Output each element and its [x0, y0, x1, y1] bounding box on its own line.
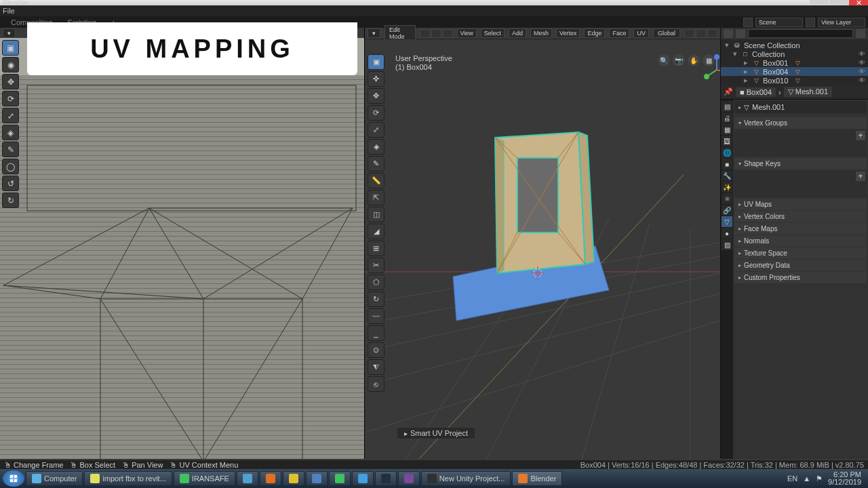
taskbar-item[interactable] — [329, 471, 351, 486]
vtool-smooth[interactable]: 〰 — [368, 308, 384, 324]
crumb-object[interactable]: ■ Box004 — [736, 87, 776, 97]
ptab-data[interactable]: ▽ — [722, 216, 732, 227]
pin-icon[interactable]: 📌 — [724, 87, 733, 96]
menu-uv[interactable]: UV — [633, 28, 649, 38]
vtool-cursor[interactable]: ✜ — [368, 71, 384, 87]
taskbar-item[interactable] — [283, 471, 304, 486]
nav-camera-icon[interactable]: 📷 — [673, 54, 685, 66]
section-face-maps[interactable]: Face Maps — [734, 223, 867, 235]
tray-flag-icon[interactable]: ⚑ — [816, 474, 823, 483]
ptab-render[interactable]: ▤ — [722, 101, 732, 112]
vtool-select[interactable]: ▣ — [368, 54, 384, 70]
ptab-material[interactable]: ● — [722, 228, 732, 239]
menu-view[interactable]: View — [457, 28, 477, 38]
ptab-particle[interactable]: ✨ — [722, 182, 732, 192]
outliner-item[interactable]: ▸▽Box010▽👁 — [721, 76, 868, 85]
tool-rotate[interactable]: ⟳ — [2, 91, 19, 106]
tool-move[interactable]: ✥ — [2, 74, 19, 89]
section-normals[interactable]: Normals — [734, 235, 867, 247]
menu-add[interactable]: Add — [509, 28, 526, 38]
system-tray[interactable]: EN ▲ ⚑ 6:20 PM 9/12/2019 — [787, 471, 865, 486]
taskbar-item[interactable] — [306, 471, 328, 486]
visibility-icon[interactable]: 👁 — [859, 50, 865, 58]
nav-hand-icon[interactable]: ✋ — [688, 54, 700, 66]
ptab-scene[interactable]: 🖼 — [722, 136, 732, 146]
start-button[interactable] — [3, 470, 24, 487]
nav-zoom-icon[interactable]: 🔍 — [658, 54, 670, 66]
taskbar-item[interactable] — [260, 471, 281, 486]
vtool-spin[interactable]: ↻ — [368, 291, 384, 307]
vtool-edge[interactable]: ⎯ — [368, 325, 384, 341]
tool-misc1[interactable]: ◯ — [2, 159, 19, 174]
outliner-type-icon[interactable] — [724, 29, 733, 38]
outliner-item[interactable]: ▸▽Box001▽👁 — [721, 58, 868, 67]
tray-clock[interactable]: 6:20 PM 9/12/2019 — [828, 471, 861, 486]
menu-file[interactable]: File — [3, 7, 15, 15]
orientation-dropdown[interactable]: Global — [653, 28, 680, 38]
viewport-canvas[interactable]: User Perspective (1) Box004 🔍 📷 ✋ ▦ ▣ ✜ … — [365, 39, 720, 459]
vtool-move[interactable]: ✥ — [368, 88, 384, 104]
vtool-scale[interactable]: ⤢ — [368, 122, 384, 138]
section-custom-properties[interactable]: Custom Properties — [734, 272, 867, 283]
vtool-knife[interactable]: ✂ — [368, 258, 384, 273]
visibility-icon[interactable]: 👁 — [859, 59, 865, 66]
uv-editor-type[interactable]: ▾ — [3, 28, 16, 38]
tray-lang[interactable]: EN — [787, 474, 797, 483]
section-texture-space[interactable]: Texture Space — [734, 247, 867, 259]
menu-edge[interactable]: Edge — [584, 28, 605, 38]
ptab-output[interactable]: 🖨 — [722, 113, 732, 123]
select-mode-vert[interactable] — [420, 29, 430, 38]
taskbar-item[interactable] — [398, 471, 420, 486]
add-button[interactable]: + — [856, 171, 865, 181]
tray-up-icon[interactable]: ▲ — [803, 474, 810, 483]
section-vertex-groups[interactable]: Vertex Groups — [734, 117, 867, 129]
add-button[interactable]: + — [856, 131, 865, 140]
vtool-shear[interactable]: ⧨ — [368, 359, 384, 375]
outliner-filter-icon[interactable] — [736, 29, 745, 38]
section-vertex-colors[interactable]: Vertex Colors — [734, 211, 867, 222]
taskbar-item[interactable]: Blender — [512, 471, 562, 486]
select-mode-edge[interactable] — [431, 29, 441, 38]
select-mode-face[interactable] — [443, 29, 453, 38]
axis-gizmo[interactable] — [700, 53, 720, 87]
section-uv-maps[interactable]: UV Maps — [734, 199, 867, 210]
taskbar-item[interactable] — [237, 471, 258, 486]
vtool-inset[interactable]: ◫ — [368, 207, 384, 222]
visibility-icon[interactable]: 👁 — [859, 77, 865, 84]
menu-face[interactable]: Face — [609, 28, 629, 38]
mesh-datablock[interactable]: ▽ Mesh.001 — [734, 101, 867, 113]
tool-misc3[interactable]: ↻ — [2, 192, 19, 208]
ptab-physics[interactable]: ⚛ — [722, 193, 732, 204]
menu-mesh[interactable]: Mesh — [530, 28, 552, 38]
ptab-viewlayer[interactable]: ▦ — [722, 124, 732, 135]
editor-type[interactable]: ▾ — [368, 28, 380, 38]
ptab-texture[interactable]: ▨ — [722, 239, 732, 250]
outliner-collection[interactable]: ▾□Collection👁 — [721, 49, 868, 58]
ptab-constraint[interactable]: 🔗 — [722, 205, 732, 216]
taskbar-item[interactable]: import fbx to revit... — [84, 471, 172, 486]
taskbar-item[interactable] — [375, 471, 397, 486]
shading-icon[interactable] — [707, 29, 717, 38]
taskbar-item[interactable]: IRANSAFE — [174, 471, 235, 486]
window-minimize[interactable]: ─ — [810, 0, 829, 5]
3d-viewport[interactable]: ▾ Edit Mode View Select Add Mesh Vertex … — [365, 28, 720, 459]
snap-icon[interactable] — [684, 29, 694, 38]
outliner-item[interactable]: ▸▽Box004▽👁 — [721, 67, 868, 76]
taskbar-item[interactable] — [352, 471, 374, 486]
section-geometry-data[interactable]: Geometry Data — [734, 260, 867, 271]
overlay-icon[interactable] — [696, 29, 706, 38]
tool-scale[interactable]: ⤢ — [2, 108, 19, 123]
vtool-loopcut[interactable]: ⊞ — [368, 241, 384, 256]
viewlayer-field[interactable] — [818, 18, 865, 27]
uv-editor[interactable]: ▾ UV MAPPING ▣ ◉ ✥ ⟳ ⤢ ◈ ✎ ◯ — [0, 28, 365, 459]
taskbar-item[interactable]: Computer — [26, 471, 83, 486]
vtool-shrink[interactable]: ⊙ — [368, 342, 384, 358]
menu-vertex[interactable]: Vertex — [556, 28, 580, 38]
vtool-measure[interactable]: 📏 — [368, 173, 384, 188]
tool-misc2[interactable]: ↺ — [2, 176, 19, 191]
outliner-funnel-icon[interactable] — [856, 29, 865, 38]
window-maximize[interactable]: □ — [829, 0, 848, 5]
vtool-extrude[interactable]: ⇱ — [368, 190, 384, 205]
scene-field[interactable] — [755, 18, 803, 27]
tool-annotate[interactable]: ✎ — [2, 142, 19, 157]
